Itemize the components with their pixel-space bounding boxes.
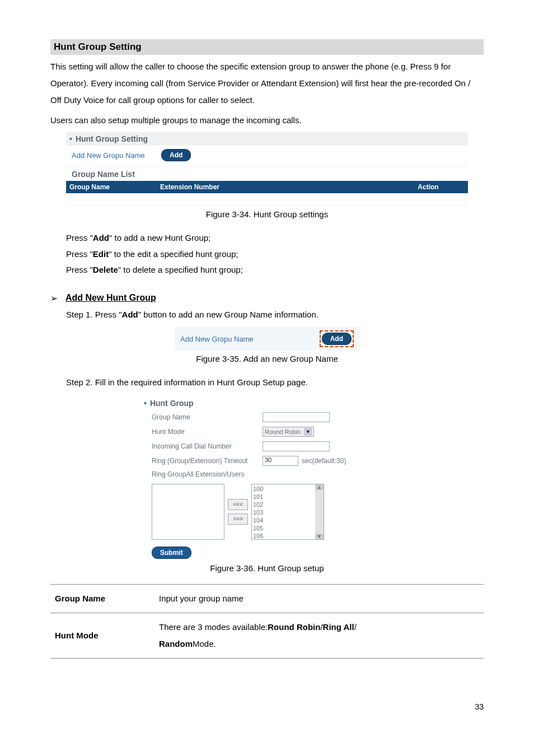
move-left-button[interactable]: <<< [228,499,248,510]
group-name-table: Group Name Extension Number Action [66,181,468,206]
group-name-list-title: Group Name List [66,166,468,181]
highlight-box: Add [320,330,354,347]
text: There are 3 modes available: [159,619,268,636]
text: Step 1. Press " [66,310,122,319]
ring-timeout-label: Ring (Group/Extension) Timeout [152,457,263,465]
dial-number-input[interactable] [263,441,330,451]
text-bold: Add [93,233,109,242]
step2-text: Step 2. Fill in the required information… [66,375,484,391]
add-group-name-row: Add New Gropu Name Add [175,327,359,351]
col-action: Action [388,181,468,193]
scroll-up-icon[interactable]: ▲ [315,484,324,490]
text: " to add a new Hunt Group; [109,233,210,242]
scrollbar[interactable]: ▲ ▼ [315,484,324,539]
text-bold: Random [159,636,193,652]
ring-timeout-suffix: sec(default:30) [302,457,346,465]
select-value: Round Robin [265,428,301,435]
text-bold: Add [122,310,138,319]
press-add-line: Press "Add" to add a new Hunt Group; [66,230,484,246]
group-name-input[interactable] [263,412,330,422]
hunt-mode-label: Hunt Mode [152,428,263,436]
figure-caption-34: Figure 3-34. Hunt Group settings [50,209,484,219]
move-right-button[interactable]: >>> [228,514,248,525]
text: " to delete a specified hunt group; [118,265,243,274]
submit-button[interactable]: Submit [152,547,191,559]
figure-caption-35: Figure 3-35. Add an new Group Name [50,354,484,363]
list-item[interactable]: 102 [253,501,315,508]
list-item[interactable]: 104 [253,516,315,524]
text: Press " [66,233,93,242]
all-extension-listbox[interactable]: 100101102103104105106 ▲ ▼ [251,484,324,540]
add-new-group-label-2: Add New Gropu Name [180,335,320,343]
add-button-2[interactable]: Add [322,333,352,345]
intro-paragraph-1: This setting will allow the caller to ch… [50,58,484,109]
desc-key-hunt-mode: Hunt Mode [50,613,154,658]
desc-val-hunt-mode: There are 3 modes available: Round Robin… [154,613,484,658]
text: / [354,619,357,636]
text: " to the edit a specified hunt group; [109,249,238,259]
hunt-group-form: Hunt Group Group Name Hunt Mode Round Ro… [144,396,390,559]
desc-key-group-name: Group Name [50,584,154,613]
add-new-group-label: Add New Gropu Name [72,151,161,160]
list-item[interactable]: 101 [253,493,315,501]
step1-text: Step 1. Press "Add" button to add an new… [66,307,484,323]
list-item[interactable]: 106 [253,532,315,540]
col-extension-number: Extension Number [157,181,388,193]
table-row: Group Name Input your group name [50,584,484,613]
page-number: 33 [475,702,484,711]
add-button[interactable]: Add [161,149,191,161]
text: Mode. [193,636,216,652]
text-bold: Ring All [323,619,354,636]
table-row [66,193,468,206]
arrow-icon: ➢ [50,293,58,304]
ring-timeout-input[interactable]: 30 [263,456,298,466]
panel-title: Hunt Group Setting [66,132,468,146]
press-edit-line: Press "Edit" to the edit a specified hun… [66,246,484,263]
field-description-table: Group Name Input your group name Hunt Mo… [50,584,484,659]
text-bold: Round Robin [268,619,320,636]
scroll-down-icon[interactable]: ▼ [315,534,324,539]
list-item[interactable]: 103 [253,508,315,516]
all-extension-col-label: All Extension/Users [186,470,244,478]
hunt-group-settings-panel: Hunt Group Setting Add New Gropu Name Ad… [66,132,468,206]
subheading-add-new-hunt-group: Add New Hunt Group [65,293,156,303]
list-item[interactable]: 105 [253,524,315,532]
section-title: Hunt Group Setting [50,39,484,55]
figure-caption-36: Figure 3-36. Hunt Group setup [50,563,484,573]
desc-val-group-name: Input your group name [154,584,484,613]
col-group-name: Group Name [66,181,157,193]
text: Press " [66,249,93,259]
ring-group-col-label: Ring Group [152,470,186,478]
hunt-mode-select[interactable]: Round Robin ▼ [263,427,314,437]
text: Press " [66,265,93,274]
dial-number-label: Incoming Call Dial Number [152,442,263,450]
intro-paragraph-2: Users can also setup multiple groups to … [50,112,484,129]
list-item[interactable]: 100 [253,485,315,493]
form-title: Hunt Group [144,396,390,410]
chevron-down-icon: ▼ [304,428,312,436]
text-bold: Edit [93,249,109,259]
text-bold: Delete [93,265,118,274]
press-delete-line: Press "Delete" to delete a specified hun… [66,262,484,278]
text: " button to add an new Group Name inform… [138,310,318,319]
table-row: Hunt Mode There are 3 modes available: R… [50,613,484,658]
group-name-label: Group Name [152,413,263,421]
ring-group-listbox[interactable] [152,484,224,540]
